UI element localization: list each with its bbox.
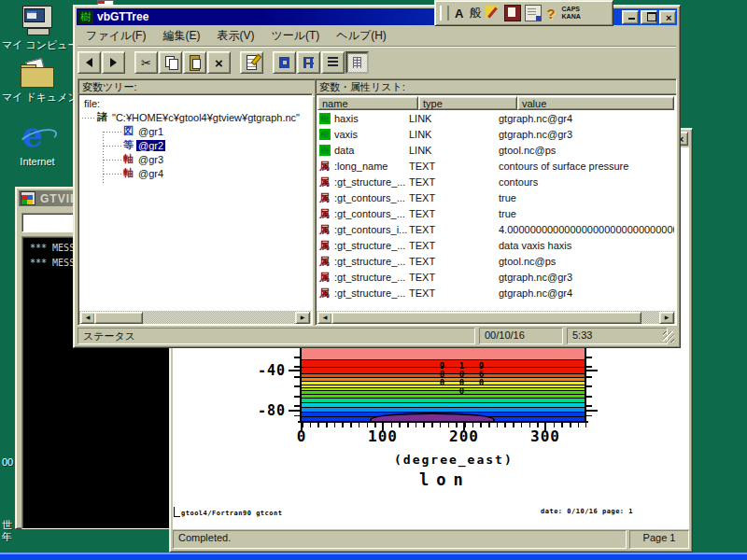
view-details-button[interactable] (345, 51, 369, 74)
desktop-icon-my-documents[interactable]: マイ ドキュメント (2, 60, 73, 105)
tree-node-file[interactable]: 諸 "C:¥HOME¥c¥gtool4¥gtview¥gtgraph.nc" (80, 110, 310, 124)
nav-back-button[interactable] (78, 51, 101, 74)
list-h-scrollbar[interactable]: ◀ ▶ (317, 311, 675, 324)
vbgttree-window: 樹 vbGTTree × ファイル(F)編集(E)表示(V)ツール(T)ヘルプ(… (73, 5, 681, 348)
cell-value: 4.0000000000000000000000000000000000 (499, 224, 674, 235)
maximize-icon (647, 12, 656, 21)
view-list-button[interactable] (321, 51, 345, 74)
menu-item-1[interactable]: 編集(E) (154, 27, 208, 44)
attribute-row[interactable]: 樹haxisLINKgtgraph.nc@gr4 (317, 110, 674, 126)
scroll-left-icon[interactable]: ◀ (317, 312, 332, 324)
attribute-icon: 属 (319, 208, 331, 219)
back-icon (86, 58, 92, 67)
scroll-thumb[interactable] (94, 312, 143, 324)
copy-button[interactable] (159, 51, 182, 74)
x-tick-label: 300 (530, 427, 560, 445)
menu-item-3[interactable]: ツール(T) (262, 27, 328, 44)
attribute-row[interactable]: 属:gt_contours_i...TEXT4.0000000000000000… (317, 221, 674, 237)
plot-footer-left: gtool4/Fortran90 gtcont (181, 510, 282, 517)
cell-value: gtool.nc@ps (499, 256, 674, 267)
cell-type: TEXT (409, 192, 499, 203)
column-header-value[interactable]: value (517, 96, 674, 110)
y-major-tick (586, 370, 598, 371)
view-small-icons-button[interactable] (297, 51, 320, 74)
attribute-row[interactable]: 属:long_nameTEXTcontours of surface press… (317, 158, 674, 174)
ime-help-icon[interactable]: ? (546, 6, 555, 21)
minimize-icon (628, 18, 635, 20)
attribute-row[interactable]: 属:gt_structure_...TEXTcontours (317, 174, 674, 189)
attribute-icon: 属 (319, 176, 331, 188)
ime-dictionary-icon[interactable] (504, 5, 521, 21)
tree-node-gr1[interactable]: 図@gr1 (80, 124, 310, 138)
cell-value: gtgraph.nc@gr4 (499, 113, 674, 124)
node-label: @gr3 (136, 154, 165, 165)
ime-drag-handle[interactable] (440, 6, 449, 21)
menu-item-0[interactable]: ファイル(F) (78, 27, 154, 44)
column-header-name[interactable]: name (317, 96, 418, 110)
desktop-icon-my-computer[interactable]: マイ コンピュータ (2, 6, 73, 52)
column-header-type[interactable]: type (418, 96, 517, 110)
properties-icon (247, 55, 257, 70)
attribute-row[interactable]: 属:gt_structure_...TEXTgtgraph.nc@gr4 (317, 285, 674, 301)
cell-name: :long_name (334, 161, 388, 172)
menu-item-4[interactable]: ヘルプ(H) (328, 27, 395, 44)
attribute-row[interactable]: 樹dataLINKgtool.nc@ps (317, 142, 674, 158)
attribute-row[interactable]: 属:gt_structure_...TEXTdata vaxis haxis (317, 237, 674, 253)
scroll-thumb[interactable] (331, 312, 641, 324)
status-time: 5:33 (567, 328, 668, 344)
cell-name: :gt_structure_... (334, 176, 405, 188)
cell-type: TEXT (409, 272, 499, 283)
cell-type: TEXT (409, 256, 499, 267)
ime-pad-icon[interactable] (525, 5, 542, 21)
menu-item-2[interactable]: 表示(V) (208, 27, 262, 44)
x-axis-label: lon (419, 470, 471, 489)
y-minor-ticks-right (586, 337, 592, 421)
attribute-row[interactable]: 属:gt_structure_...TEXTgtgraph.nc@gr3 (317, 269, 674, 285)
x-tick-label: 100 (368, 427, 398, 445)
large-icons-icon (279, 57, 289, 68)
paste-button[interactable] (183, 51, 206, 74)
nav-forward-button[interactable] (102, 51, 125, 74)
bottom-window-edge (0, 553, 747, 560)
x-tick-label: 0 (297, 427, 307, 445)
ime-input-mode[interactable]: A (455, 7, 463, 21)
cell-name: vaxis (334, 129, 358, 140)
scroll-right-icon[interactable]: ▶ (295, 312, 310, 324)
tree-h-scrollbar[interactable]: ◀ ▶ (79, 311, 311, 324)
close-button[interactable]: × (659, 10, 676, 24)
attribute-row[interactable]: 属:gt_structure_...TEXTgtool.nc@ps (317, 253, 674, 269)
maximize-button[interactable] (641, 10, 657, 24)
variable-tree[interactable]: file: 諸 "C:¥HOME¥c¥gtool4¥gtview¥gtgraph… (80, 96, 310, 323)
attribute-row[interactable]: 属:gt_contours_...TEXTtrue (317, 205, 674, 221)
minimize-button[interactable] (622, 10, 639, 24)
cut-button[interactable]: ✂ (134, 51, 158, 74)
tree-children: 図@gr1等@gr2軸@gr3軸@gr4 (80, 124, 310, 180)
view-large-icons-button[interactable] (273, 51, 296, 74)
attribute-row[interactable]: 属:gt_contours_...TEXTtrue (317, 189, 674, 205)
tree-root[interactable]: file: (80, 96, 310, 110)
cell-type: LINK (409, 113, 499, 124)
cell-name: :gt_contours_... (334, 208, 405, 219)
internet-explorer-icon: e (19, 119, 56, 153)
cell-value: gtgraph.nc@gr3 (499, 272, 674, 283)
cell-name: haxis (334, 113, 359, 124)
delete-button[interactable]: × (207, 51, 231, 74)
y-tick-label: -80 (252, 402, 286, 419)
delete-icon: × (215, 55, 223, 71)
icon-label: マイ ドキュメント (2, 91, 73, 105)
properties-button[interactable] (240, 51, 263, 74)
ms-dos-icon (21, 191, 35, 205)
attribute-row[interactable]: 樹vaxisLINKgtgraph.nc@gr3 (317, 126, 674, 142)
plot-footer-right: date: 0/10/16 page: 1 (541, 508, 633, 515)
tree-node-gr3[interactable]: 軸@gr3 (80, 152, 310, 166)
node-type-icon: 軸 (123, 166, 134, 180)
tree-node-gr2[interactable]: 等@gr2 (80, 138, 310, 152)
ime-pen-icon[interactable] (486, 6, 500, 21)
scroll-right-icon[interactable]: ▶ (659, 312, 674, 324)
desktop-icon-internet-explorer[interactable]: e Internet (2, 119, 73, 167)
ime-conversion-mode[interactable]: 般 (469, 5, 481, 21)
tree-node-gr4[interactable]: 軸@gr4 (80, 166, 310, 180)
scroll-left-icon[interactable]: ◀ (80, 312, 95, 324)
resize-grip[interactable] (663, 331, 674, 343)
cell-type: LINK (409, 145, 499, 156)
